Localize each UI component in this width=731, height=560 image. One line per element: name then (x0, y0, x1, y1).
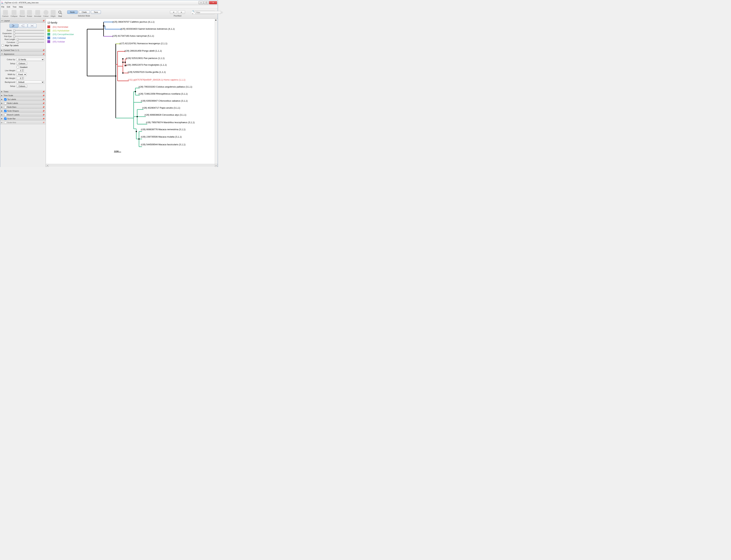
scaleaxis-header[interactable]: ▶Scale Axis📌 (0, 121, 46, 124)
layout-polar-button[interactable] (19, 24, 27, 28)
rotate-icon (27, 10, 32, 15)
search-icon: 🔍▾ (192, 10, 195, 15)
tip-label: (r31) gi|4757876|ref|NP_004326.1| Homo s… (128, 78, 185, 81)
cartoon-button[interactable]: Cartoon (1, 10, 10, 17)
filter-input[interactable] (195, 11, 221, 14)
current-tree-header[interactable]: ▶Current Tree: 1 / 1📌 (0, 48, 46, 52)
nodeshapes-header[interactable]: ▶Node Shapes📌 (0, 109, 46, 113)
layout-panel: Zoom: Expansion: Fish Eye: Root Length: … (0, 23, 46, 48)
fisheye-slider[interactable] (13, 36, 44, 37)
scalebar-header[interactable]: ▶Scale Bar📌 (0, 117, 46, 121)
lineweight-stepper[interactable]: ▲▼ (17, 69, 24, 72)
maximize-button[interactable]: ☐ (204, 1, 209, 4)
hilight-icon (51, 10, 56, 15)
scaleaxis-checkbox[interactable] (4, 121, 6, 124)
menu-edit[interactable]: Edit (7, 6, 10, 8)
align-tip-labels-checkbox[interactable] (2, 44, 4, 46)
curvature-slider[interactable] (17, 42, 44, 43)
tiplabels-checkbox[interactable] (4, 98, 6, 101)
background-select[interactable]: Default (17, 81, 44, 84)
nodeshapes-checkbox[interactable] (4, 110, 6, 112)
expansion-slider[interactable] (13, 33, 44, 34)
appearance-header[interactable]: ▼Appearance📌 (0, 52, 46, 56)
svg-point-54 (137, 116, 138, 117)
cartoon-icon (3, 10, 8, 15)
scalebar-checkbox[interactable] (4, 118, 6, 120)
widthby-label: Width by: (2, 73, 16, 75)
sidebar[interactable]: ▼Layout📌 Zoom: Expansion: Fish Eye: Root… (0, 19, 46, 167)
minweight-stepper[interactable]: ▲▼ (17, 77, 24, 80)
svg-point-28 (122, 62, 123, 63)
titlebar[interactable]: FigTree v1.4.0 - 4757876_seq_tree.nex — … (0, 0, 218, 5)
layout-rectangular-button[interactable] (9, 24, 18, 28)
find-icon (58, 10, 63, 15)
menu-help[interactable]: Help (19, 6, 23, 8)
tip-label: (r26) 239735506 Macaca mulatta (3,1,1) (141, 135, 182, 138)
pin-icon[interactable]: 📌 (42, 20, 45, 22)
collapse-arrow-icon: ▼ (1, 53, 3, 55)
reroot-button[interactable]: Reroot (19, 10, 26, 17)
clade-mode-button[interactable]: Clade (79, 10, 90, 14)
setup-label-2: Setup: (2, 85, 16, 87)
hilight-button[interactable]: Hilight (50, 10, 57, 17)
svg-point-0 (59, 11, 61, 13)
legend-label: (03) Cercopithecidae (53, 33, 74, 36)
tree-canvas[interactable]: 12-family (01) Hominidae(02) Hylobatidae… (46, 19, 218, 167)
svg-point-32 (122, 58, 123, 59)
collapse-button[interactable]: Collapse (10, 10, 19, 17)
svg-point-30 (122, 72, 123, 74)
layout-radial-button[interactable] (28, 24, 36, 28)
align-tip-labels-label: Align Tip Labels (5, 44, 19, 46)
colourby-select[interactable]: 12-family (17, 58, 44, 61)
svg-point-12 (103, 25, 104, 26)
tip-label: (r26) 795076074 Mandrillus leucophaeus (… (146, 121, 195, 124)
legend-swatch (47, 25, 50, 28)
branchlabels-header[interactable]: ▶Branch Labels📌 (0, 113, 46, 117)
bg-colours-button[interactable]: Colours (17, 85, 27, 88)
tiplabels-header[interactable]: ▶Tip Labels📌 (0, 97, 46, 101)
app-window: FigTree v1.4.0 - 4757876_seq_tree.nex — … (0, 0, 218, 167)
node-mode-button[interactable]: Node (67, 10, 78, 14)
nodelabels-checkbox[interactable] (4, 102, 6, 104)
zoom-slider[interactable] (13, 30, 44, 31)
colour-button[interactable]: Colour (42, 10, 49, 17)
timescale-header[interactable]: ▶Time Scale📌 (0, 94, 46, 97)
tip-label: (r26) 806638776 Macaca nemestrina (3,1,1… (141, 128, 185, 131)
colour-icon (44, 10, 48, 15)
close-button[interactable]: ✕ (209, 1, 217, 4)
menu-tree[interactable]: Tree (13, 6, 16, 8)
scroll-up-button[interactable]: ▲ (215, 19, 218, 22)
next-button[interactable]: ► (178, 10, 185, 14)
minimize-button[interactable]: — (199, 1, 203, 4)
taxa-mode-button[interactable]: Taxa (91, 10, 101, 14)
setup-label: Setup: (2, 62, 16, 65)
horizontal-scrollbar[interactable]: ◄ ► (46, 164, 218, 167)
trees-header[interactable]: ▶Trees📌 (0, 90, 46, 94)
scroll-right-button[interactable]: ► (215, 164, 218, 167)
prev-button[interactable]: ◄ (170, 10, 177, 14)
branchlabels-checkbox[interactable] (4, 114, 6, 116)
colours-button[interactable]: Colours (17, 62, 27, 65)
widthby-select[interactable]: Fixed (17, 73, 27, 76)
legend-item: (03) Cercopithecidae (47, 33, 74, 36)
find-button[interactable]: Find (57, 10, 64, 17)
layout-panel-header[interactable]: ▼Layout📌 (0, 19, 46, 23)
clear-filter-icon[interactable]: ⓧ (221, 11, 223, 14)
fisheye-label: Fish Eye: (2, 35, 12, 37)
gradient-checkbox[interactable] (17, 66, 19, 68)
menu-file[interactable]: File (1, 6, 4, 8)
pin-icon[interactable]: 📌 (42, 53, 45, 55)
filter-box[interactable]: 🔍▾ ⓧ (191, 11, 216, 14)
nodebars-checkbox[interactable] (4, 106, 6, 108)
rotate-button[interactable]: Rotate (26, 10, 33, 17)
nodebars-header[interactable]: ▶Node Bars📌 (0, 105, 46, 109)
rootlength-label: Root Length: (2, 38, 16, 40)
nodelabels-header[interactable]: ▶Node Labels📌 (0, 101, 46, 105)
annotate-button[interactable]: Annotate (33, 10, 42, 17)
scroll-track[interactable] (49, 164, 215, 167)
rootlength-slider[interactable] (17, 39, 44, 40)
vertical-scrollbar[interactable]: ▲ (215, 19, 218, 164)
gradient-label: Gradient (20, 66, 27, 68)
scroll-left-button[interactable]: ◄ (46, 164, 49, 167)
pin-icon[interactable]: 📌 (42, 49, 45, 51)
